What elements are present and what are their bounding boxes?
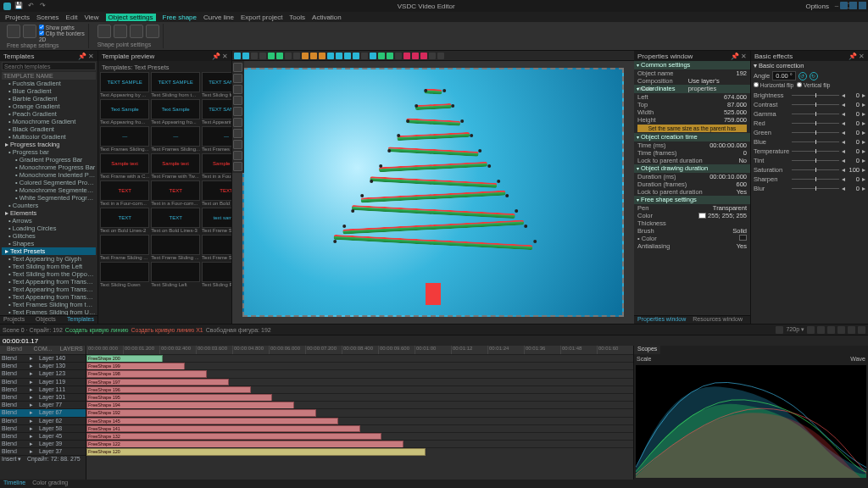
preview-cell[interactable]: —Text Frames Sliding...: [151, 126, 200, 152]
prop-group-common[interactable]: Common settings: [634, 61, 750, 69]
timeline-ruler[interactable]: 00:00:00.00000:00:01.20000:00:02.40000:0…: [86, 346, 633, 354]
preview-cell[interactable]: Text Frame Sliding ...: [100, 235, 149, 260]
preview-cell[interactable]: TEXTText in a Four-corn...: [151, 180, 200, 206]
resolution-dropdown[interactable]: 720p ▾: [786, 326, 804, 333]
tree-item[interactable]: • Orange Gradient: [2, 103, 96, 110]
tree-item[interactable]: • Colored Segmented Progress Bar wi...: [2, 179, 96, 186]
stop-icon[interactable]: [837, 326, 845, 334]
preview-cell[interactable]: Text Sliding Right: [202, 262, 231, 287]
preview-cell[interactable]: TEXT SAMPLEText Appearing by ...: [100, 72, 149, 97]
tab-timeline[interactable]: Timeline: [0, 480, 29, 488]
prop-group-creation[interactable]: Object creation time: [634, 133, 750, 141]
effect-slider[interactable]: Contrast◂0▸: [754, 100, 865, 109]
tool-icon[interactable]: [370, 53, 376, 59]
tool-icon[interactable]: [344, 53, 351, 59]
tree-item[interactable]: • Text Frames Sliding from the Opposite.…: [2, 301, 96, 308]
scale-dropdown[interactable]: Scale: [637, 356, 652, 362]
tab-projects-explorer[interactable]: Projects explorer: [0, 316, 32, 324]
menu-tools[interactable]: Tools: [289, 14, 305, 21]
vtool-icon[interactable]: [233, 118, 242, 127]
prop-group-shape[interactable]: Free shape settings: [634, 196, 750, 204]
tree-item[interactable]: • Multicolor Gradient: [2, 133, 96, 141]
timeline-clip[interactable]: FreeShape 120: [86, 448, 426, 456]
layer-row[interactable]: Blend▸Layer 130: [0, 362, 86, 369]
vtool-icon[interactable]: [233, 85, 242, 94]
preview-cell[interactable]: TEXT SAMPLEText Sliding from t...: [202, 72, 231, 97]
canvas-stage[interactable]: [242, 68, 624, 317]
flip-v-check[interactable]: Vertical flip: [797, 82, 830, 88]
effect-slider[interactable]: Brightness◂0▸: [754, 91, 865, 100]
tab-scopes[interactable]: Scopes: [634, 346, 660, 354]
effect-slider[interactable]: Temperature◂0▸: [754, 147, 865, 156]
preview-cell[interactable]: Sample textText in a Four-corn...: [202, 153, 231, 179]
vtool-icon[interactable]: [233, 162, 242, 171]
scope-btn-icon[interactable]: [849, 2, 857, 9]
tree-item[interactable]: • Monochrome Indented Progress Bar [PRO]: [2, 171, 96, 179]
menu-export[interactable]: Export project: [241, 14, 282, 21]
vtool-icon[interactable]: [233, 151, 242, 160]
menu-curve[interactable]: Curve line: [203, 14, 234, 21]
preview-cell[interactable]: TEXTText in a Four-corn...: [100, 180, 149, 206]
tool-icon[interactable]: [395, 53, 402, 59]
create-curve-2[interactable]: Создать кривую линию X1: [131, 327, 203, 333]
layer-row[interactable]: Blend▸Layer 111: [0, 385, 86, 393]
shape-tool-2-icon[interactable]: [114, 25, 127, 38]
preview-cell[interactable]: TEXTText on Bold Lines-1: [202, 180, 231, 206]
tree-item[interactable]: • Text Sliding from the Left: [2, 263, 96, 270]
tool-icon[interactable]: [259, 53, 266, 59]
layer-list[interactable]: Blend COM... LAYERS Blend▸Layer 140Blend…: [0, 346, 86, 480]
tree-item[interactable]: • Text Frames Sliding from Up and Down: [2, 308, 96, 315]
rotate-right-icon[interactable]: ↻: [810, 72, 818, 80]
layer-row[interactable]: Blend▸Layer 140: [0, 354, 86, 362]
effect-slider[interactable]: Gamma◂0▸: [754, 109, 865, 119]
redo-icon[interactable]: ↷: [38, 2, 47, 10]
tab-objects-explorer[interactable]: Objects explorer: [32, 316, 64, 324]
prev-frame-icon[interactable]: [807, 326, 815, 334]
menu-scenes[interactable]: Scenes: [36, 14, 59, 21]
menu-activation[interactable]: Activation: [312, 14, 342, 21]
templates-tree[interactable]: TEMPLATE NAME • Fuchsia Gradient• Blue G…: [0, 71, 97, 315]
effect-slider[interactable]: Green◂0▸: [754, 128, 865, 137]
tree-item[interactable]: • Monochrome Segmented Progress Ba...: [2, 186, 96, 194]
preview-grid[interactable]: TEXT SAMPLEText Appearing by ...TEXT SAM…: [100, 72, 230, 287]
effect-slider[interactable]: Blue◂0▸: [754, 137, 865, 147]
play-icon[interactable]: [776, 326, 783, 334]
tree-item[interactable]: • Monochrome Gradient: [2, 118, 96, 125]
layer-row[interactable]: Blend▸Layer 58: [0, 424, 86, 432]
templates-search[interactable]: [2, 62, 96, 70]
preview-cell[interactable]: Text SampleText Appearing fro...: [151, 99, 200, 125]
draw-tool-icon[interactable]: [7, 25, 20, 38]
tree-item[interactable]: • Text Appearing from Transparency: [2, 278, 96, 286]
tool-icon[interactable]: [429, 53, 436, 59]
pin-icon[interactable]: 📌 ✕: [212, 53, 228, 60]
tool-icon[interactable]: [251, 53, 258, 59]
layer-row[interactable]: Blend▸Layer 119: [0, 378, 86, 385]
tool-icon[interactable]: [361, 53, 368, 59]
tool-icon[interactable]: [285, 53, 292, 59]
effect-slider[interactable]: Red◂0▸: [754, 119, 865, 128]
timeline[interactable]: 00:00:00.00000:00:01.20000:00:02.40000:0…: [86, 346, 634, 480]
tree-item[interactable]: • Arrows: [2, 217, 96, 225]
tool-icon[interactable]: [387, 53, 393, 59]
properties-list[interactable]: Common settings Object name192 Compositi…: [634, 61, 750, 315]
tree-item[interactable]: • Loading Circles: [2, 225, 96, 232]
preview-cell[interactable]: Text Sliding Left: [151, 262, 200, 287]
effects-list[interactable]: ▾ Basic correction Angle 0.00 ° ↺ ↻ Hori…: [751, 61, 868, 324]
menu-projects[interactable]: Projects: [5, 14, 30, 21]
tool-icon[interactable]: [276, 53, 283, 59]
preview-cell[interactable]: Text SampleText Appearing fro...: [100, 99, 149, 125]
show-paths-check[interactable]: Show paths: [39, 25, 85, 30]
shape-tool-3-icon[interactable]: [130, 25, 143, 38]
tool-icon[interactable]: [327, 53, 334, 59]
tool-icon[interactable]: [420, 53, 427, 59]
rect-tool-icon[interactable]: [23, 25, 36, 38]
preview-cell[interactable]: Text Sliding Down: [100, 262, 149, 287]
layer-row[interactable]: Blend▸Layer 45: [0, 432, 86, 440]
vtool-icon[interactable]: [233, 129, 242, 138]
set-same-size-button[interactable]: Set the same size as the parent has: [637, 125, 747, 132]
preview-cell[interactable]: Text Frame Sliding ...: [202, 235, 231, 260]
save-icon[interactable]: 💾: [14, 2, 23, 10]
tree-item[interactable]: • Text Sliding from the Opposite Sides: [2, 270, 96, 278]
preview-cell[interactable]: TEXT SAMPLEText Appearing fro...: [202, 99, 231, 125]
tool-icon[interactable]: [242, 53, 249, 59]
